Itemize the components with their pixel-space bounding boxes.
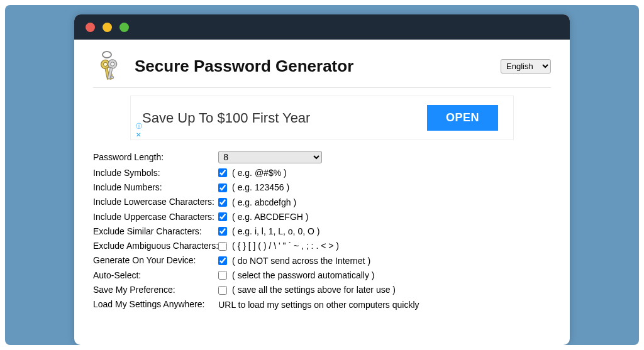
hint-generate-on-device: ( do NOT send across the Internet ) — [232, 256, 370, 266]
ad-info-icon[interactable]: ⓘ — [136, 122, 142, 131]
maximize-window-icon[interactable] — [119, 23, 129, 32]
password-length-select[interactable]: 8 — [218, 151, 322, 163]
svg-rect-9 — [110, 76, 114, 79]
hint-exclude-ambiguous: ( { } [ ] ( ) / \ ' " ` ~ , ; : . < > ) — [232, 241, 339, 251]
label-password-length: Password Length: — [93, 149, 218, 165]
hint-load-anywhere[interactable]: URL to load my settings on other compute… — [218, 300, 419, 310]
row-password-length: Password Length: 8 — [93, 149, 419, 165]
row-load-anywhere: Load My Settings Anywhere: URL to load m… — [93, 297, 419, 312]
label-include-symbols: Include Symbols: — [93, 165, 218, 180]
ad-open-button[interactable]: OPEN — [427, 105, 498, 131]
minimize-window-icon[interactable] — [103, 23, 112, 32]
checkbox-exclude-ambiguous[interactable] — [218, 242, 227, 251]
ad-close-icon[interactable]: ✕ — [136, 131, 142, 138]
header-row: Secure Password Generator English — [93, 51, 551, 88]
page-title: Secure Password Generator — [135, 57, 353, 76]
browser-window: Secure Password Generator English ⓘ ✕ Sa… — [74, 14, 570, 345]
label-exclude-ambiguous: Exclude Ambiguous Characters: — [93, 238, 218, 253]
checkbox-include-symbols[interactable] — [218, 168, 227, 177]
page-content: Secure Password Generator English ⓘ ✕ Sa… — [74, 40, 570, 312]
label-auto-select: Auto-Select: — [93, 268, 218, 282]
hint-include-symbols: ( e.g. @#$% ) — [232, 168, 287, 178]
hint-save-preference: ( save all the settings above for later … — [232, 285, 396, 295]
row-save-preference: Save My Preference: ( save all the setti… — [93, 282, 419, 297]
row-include-lowercase: Include Lowercase Characters: ( e.g. abc… — [93, 195, 419, 209]
checkbox-include-uppercase[interactable] — [218, 212, 227, 221]
label-include-lowercase: Include Lowercase Characters: — [93, 195, 218, 209]
row-include-symbols: Include Symbols: ( e.g. @#$% ) — [93, 165, 419, 180]
label-generate-on-device: Generate On Your Device: — [93, 253, 218, 268]
row-generate-on-device: Generate On Your Device: ( do NOT send a… — [93, 253, 419, 268]
row-include-numbers: Include Numbers: ( e.g. 123456 ) — [93, 180, 419, 194]
options-table: Password Length: 8 Include Symbols: ( e.… — [93, 149, 419, 312]
keys-icon — [93, 51, 121, 81]
close-window-icon[interactable] — [86, 23, 95, 32]
checkbox-include-lowercase[interactable] — [218, 198, 227, 207]
page-background: Secure Password Generator English ⓘ ✕ Sa… — [5, 5, 639, 345]
hint-include-numbers: ( e.g. 123456 ) — [232, 183, 289, 193]
svg-point-0 — [103, 52, 111, 58]
checkbox-include-numbers[interactable] — [218, 183, 227, 192]
language-select[interactable]: English — [501, 59, 551, 74]
hint-include-uppercase: ( e.g. ABCDEFGH ) — [232, 212, 308, 222]
row-exclude-similar: Exclude Similar Characters: ( e.g. i, l,… — [93, 224, 419, 238]
checkbox-auto-select[interactable] — [218, 271, 227, 280]
row-include-uppercase: Include Uppercase Characters: ( e.g. ABC… — [93, 209, 419, 224]
row-exclude-ambiguous: Exclude Ambiguous Characters: ( { } [ ] … — [93, 238, 419, 253]
row-auto-select: Auto-Select: ( select the password autom… — [93, 268, 419, 282]
window-titlebar — [74, 14, 570, 40]
hint-auto-select: ( select the password automatically ) — [232, 270, 374, 280]
hint-include-lowercase: ( e.g. abcdefgh ) — [232, 197, 296, 207]
checkbox-generate-on-device[interactable] — [218, 256, 227, 265]
advertisement-banner: ⓘ ✕ Save Up To $100 First Year OPEN — [130, 96, 514, 140]
checkbox-exclude-similar[interactable] — [218, 227, 227, 236]
checkbox-save-preference[interactable] — [218, 286, 227, 295]
ad-headline: Save Up To $100 First Year — [142, 110, 310, 126]
ad-info-icons: ⓘ ✕ — [136, 122, 142, 138]
label-exclude-similar: Exclude Similar Characters: — [93, 224, 218, 238]
hint-exclude-similar: ( e.g. i, l, 1, L, o, 0, O ) — [232, 226, 319, 236]
label-load-anywhere: Load My Settings Anywhere: — [93, 297, 218, 312]
label-save-preference: Save My Preference: — [93, 282, 218, 297]
label-include-uppercase: Include Uppercase Characters: — [93, 209, 218, 224]
header-left: Secure Password Generator — [93, 51, 353, 81]
label-include-numbers: Include Numbers: — [93, 180, 218, 194]
